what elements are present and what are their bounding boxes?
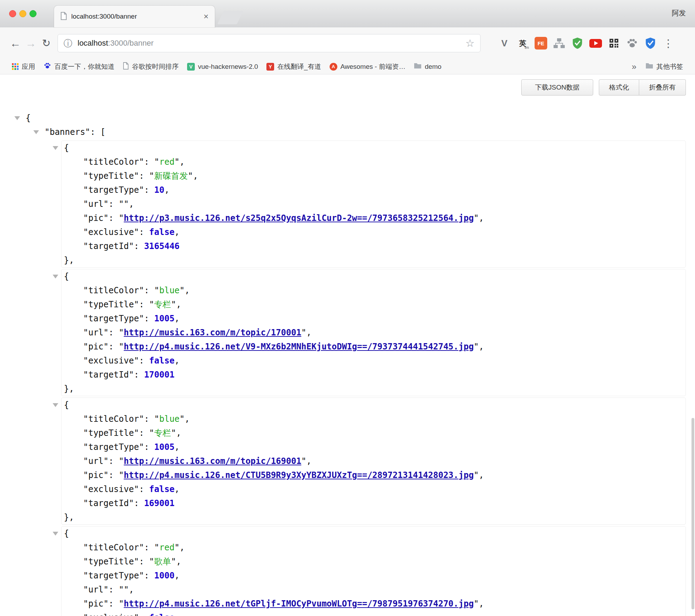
json-property-line: "titleColor": "red", [61,540,686,555]
bookmarks-overflow-chevron[interactable]: » [627,62,641,72]
mac-minimize-button[interactable] [19,10,26,17]
json-line: { [61,269,686,283]
collapse-toggle-icon[interactable] [53,275,58,278]
browser-tab[interactable]: localhost:3000/banner × [54,6,215,27]
bookmark-baidu[interactable]: 百度一下，你就知道 [39,62,119,71]
bookmark-awesomes[interactable]: A Awesomes - 前端资… [325,62,410,71]
scrollbar-thumb[interactable] [691,418,694,609]
other-bookmarks[interactable]: 其他书签 [641,62,687,71]
page-content: 下载JSON数据 格式化 折叠所有 {"banners": [{"titleCo… [0,74,695,616]
back-button[interactable]: ← [8,38,23,49]
json-url-link[interactable]: http://p4.music.126.net/CTU5B9R9y3XyYBZX… [124,470,474,480]
json-url-link[interactable]: http://p4.music.126.net/V9-MXz6b2MNhEKju… [124,342,474,352]
json-property-line: "typeTitle": "专栏", [61,426,686,440]
json-property-line: "titleColor": "red", [61,155,686,169]
vimium-extension-icon[interactable]: V [497,36,511,50]
json-property-line: "targetType": 1000, [61,569,686,583]
json-url-link[interactable]: http://p4.music.126.net/tGPljf-IMOCyPvum… [124,599,474,609]
json-url-link[interactable]: http://music.163.com/m/topic/169001 [124,456,302,466]
browser-menu-icon[interactable]: ⋮ [663,37,674,50]
paw-extension-icon[interactable] [625,36,639,50]
url-text: localhost:3000/banner [78,39,154,48]
youtube-play-icon [589,39,602,48]
format-button[interactable]: 格式化 [599,79,639,96]
download-json-button[interactable]: 下载JSON数据 [521,79,593,96]
translate-extension-icon[interactable]: 英 en [516,36,530,50]
json-property-line: "titleColor": "blue", [61,412,686,426]
page-info-icon[interactable]: ⓘ [64,39,72,48]
bookmarks-right: » 其他书签 [627,62,687,72]
mac-fullscreen-button[interactable] [29,10,37,17]
browser-toolbar: ← → ↻ ⓘ localhost:3000/banner ☆ V 英 en F… [0,27,695,59]
json-viewer: {"banners": [{"titleColor": "red","typeT… [0,111,695,616]
bookmark-demo-folder[interactable]: demo [410,63,446,71]
json-property-line: "targetType": 1005, [61,312,686,326]
forward-button[interactable]: → [23,38,39,49]
bookmark-label: 谷歌按时间排序 [132,62,179,71]
json-property-line: "targetType": 10, [61,183,686,197]
bookmark-apps[interactable]: 应用 [8,62,39,71]
json-object-box: {"titleColor": "blue","typeTitle": "专栏",… [61,269,686,396]
json-string-value: 专栏 [154,300,171,309]
youtube-extension-icon[interactable] [589,36,603,50]
json-property-line: "typeTitle": "歌单", [61,555,686,569]
json-string-value: blue [159,414,180,424]
json-line: }, [61,382,686,396]
collapse-toggle-icon[interactable] [53,532,58,536]
collapse-toggle-icon[interactable] [14,116,20,120]
collapse-toggle-icon[interactable] [53,146,58,150]
json-property-line: "exclusive": false, [61,225,686,239]
reload-button[interactable]: ↻ [39,38,54,48]
json-value: false [149,613,174,616]
bookmark-label: vue-hackernews-2.0 [198,63,258,71]
json-property-line: "exclusive": false, [61,482,686,496]
browser-titlebar: localhost:3000/banner × 阿发 [0,0,695,27]
page-icon [123,62,129,71]
json-value: 3165446 [144,241,179,251]
json-property-line: "exclusive": false [61,611,686,616]
bookmarks-bar: 应用 百度一下，你就知道 谷歌按时间排序 V vue-hackernews-2.… [0,59,695,74]
json-property-line: "url": "", [61,583,686,597]
sitemap-extension-icon[interactable] [552,36,566,50]
profile-name[interactable]: 阿发 [672,8,686,18]
qr-code-extension-icon[interactable] [607,36,621,50]
new-tab-button[interactable] [217,11,244,24]
json-property-line: "targetType": 1005, [61,440,686,454]
bookmark-label: 在线翻译_有道 [277,62,321,71]
mac-close-button[interactable] [9,10,16,17]
json-value: 169001 [144,498,174,508]
window-controls [9,10,37,17]
awesomes-icon: A [330,63,337,71]
json-property-line: "exclusive": false, [61,354,686,368]
close-tab-icon[interactable]: × [204,12,208,21]
json-property-line: "targetId": 169001 [61,496,686,510]
json-string-value: 歌单 [154,557,171,566]
fehelper-extension-icon[interactable]: FE [534,36,548,50]
collapse-toggle-icon[interactable] [33,130,39,134]
json-value: 1000 [154,571,174,581]
bookmark-vue-hackernews[interactable]: V vue-hackernews-2.0 [183,63,262,71]
json-string-value: 专栏 [154,428,171,438]
collapse-toggle-icon[interactable] [53,403,58,407]
bookmark-youdao[interactable]: Y 在线翻译_有道 [262,62,325,71]
collapse-all-button[interactable]: 折叠所有 [639,79,686,96]
green-shield-extension-icon[interactable] [570,36,584,50]
baidu-paw-icon [44,62,51,71]
json-string-value: blue [159,286,180,295]
json-value: 10 [154,185,164,195]
bookmark-google-sort[interactable]: 谷歌按时间排序 [119,62,183,71]
json-object-box: {"titleColor": "red","typeTitle": "新碟首发"… [61,140,686,268]
apps-grid-icon [12,63,19,70]
json-url-link[interactable]: http://p3.music.126.net/s25q2x5QyqsAzilC… [124,213,474,223]
json-property-line: "url": "", [61,197,686,211]
json-property-line: "typeTitle": "新碟首发", [61,169,686,183]
json-value: 170001 [144,370,174,380]
url-host: localhost [78,39,108,47]
url-path: :3000/banner [108,39,154,47]
blue-shield-extension-icon[interactable] [643,36,657,50]
json-url-link[interactable]: http://music.163.com/m/topic/170001 [124,328,302,338]
bookmark-star-icon[interactable]: ☆ [465,38,475,48]
json-actions: 下载JSON数据 格式化 折叠所有 [521,79,686,96]
address-bar[interactable]: ⓘ localhost:3000/banner ☆ [58,34,481,52]
json-string-value: red [159,543,174,552]
